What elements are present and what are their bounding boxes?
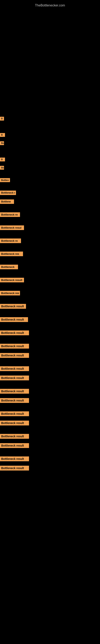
site-title: TheBottlenecker.com: [0, 2, 100, 9]
bottleneck-label: Bottleneck result: [0, 330, 29, 335]
bottleneck-label: Bottleneck result: [0, 278, 24, 282]
list-item[interactable]: Bottleneck re: [0, 212, 100, 217]
bottleneck-label: Bottleneck result: [0, 366, 29, 371]
list-item[interactable]: Bottleneck res: [0, 252, 100, 256]
bottleneck-label: B: [0, 158, 5, 162]
bottleneck-label: Bottleneck: [0, 265, 18, 269]
list-item[interactable]: B: [0, 117, 100, 120]
list-item[interactable]: Bottlene: [0, 200, 100, 204]
list-item[interactable]: Bottleneck result: [0, 434, 100, 439]
list-item[interactable]: Bottleneck result: [0, 398, 100, 403]
list-item[interactable]: Bottleneck result: [0, 376, 100, 380]
list-item[interactable]: Bottleneck result: [0, 466, 100, 470]
list-item[interactable]: Bottleneck: [0, 265, 100, 269]
bottleneck-label: B: [0, 117, 4, 120]
bottleneck-label: Bottleneck res: [0, 291, 20, 296]
bottleneck-label: Bottleneck result: [0, 304, 26, 309]
bottleneck-label: Bo: [0, 166, 4, 170]
list-item[interactable]: Bottleneck re: [0, 238, 100, 243]
list-item[interactable]: Bottleneck result: [0, 278, 100, 282]
bottleneck-list: B B Bo B Bo Bottlen Bottleneck r Bottlen…: [0, 117, 100, 471]
list-item[interactable]: Bottleneck result: [0, 330, 100, 335]
bottleneck-label: Bottleneck result: [0, 456, 29, 461]
bottleneck-label: Bottleneck result: [0, 420, 29, 426]
list-item[interactable]: Bo: [0, 141, 100, 145]
bottleneck-label: Bottleneck result: [0, 353, 29, 358]
list-item[interactable]: Bottleneck result: [0, 443, 100, 448]
list-item[interactable]: Bottleneck result: [0, 420, 100, 426]
list-item[interactable]: Bottleneck result: [0, 456, 100, 461]
bottleneck-label: B: [0, 133, 5, 137]
bottleneck-label: Bottleneck result: [0, 389, 29, 394]
list-item[interactable]: Bottleneck result: [0, 353, 100, 358]
bottleneck-label: Bottleneck result: [0, 443, 29, 448]
bottleneck-label: Bottleneck result: [0, 411, 29, 416]
bottleneck-label: Bottleneck res: [0, 252, 23, 256]
list-item[interactable]: Bottleneck result: [0, 389, 100, 394]
bottleneck-label: Bottlen: [0, 178, 10, 182]
list-item[interactable]: Bottleneck result: [0, 344, 100, 348]
list-item[interactable]: Bottleneck resul: [0, 226, 100, 230]
bottleneck-label: Bottleneck re: [0, 238, 21, 243]
bottleneck-label: Bottleneck r: [0, 190, 16, 195]
bottleneck-label: Bottleneck result: [0, 344, 29, 348]
bottleneck-label: Bottleneck result: [0, 466, 29, 470]
list-item[interactable]: Bottleneck r: [0, 190, 100, 195]
list-item[interactable]: Bottleneck result: [0, 304, 100, 309]
bottleneck-label: Bottleneck result: [0, 317, 28, 322]
list-item[interactable]: Bottlen: [0, 178, 100, 182]
bottleneck-label: Bottlene: [0, 200, 14, 204]
list-item[interactable]: Bottleneck result: [0, 366, 100, 371]
bottleneck-label: Bo: [0, 141, 4, 145]
list-item[interactable]: B: [0, 158, 100, 162]
list-item[interactable]: B: [0, 133, 100, 137]
bottleneck-label: Bottleneck resul: [0, 226, 24, 230]
list-item[interactable]: Bo: [0, 166, 100, 170]
bottleneck-label: Bottleneck result: [0, 398, 29, 403]
bottleneck-label: Bottleneck re: [0, 212, 20, 217]
list-item[interactable]: Bottleneck result: [0, 411, 100, 416]
bottleneck-label: Bottleneck result: [0, 376, 29, 380]
list-item[interactable]: Bottleneck res: [0, 291, 100, 296]
bottleneck-label: Bottleneck result: [0, 434, 29, 439]
list-item[interactable]: Bottleneck result: [0, 317, 100, 322]
